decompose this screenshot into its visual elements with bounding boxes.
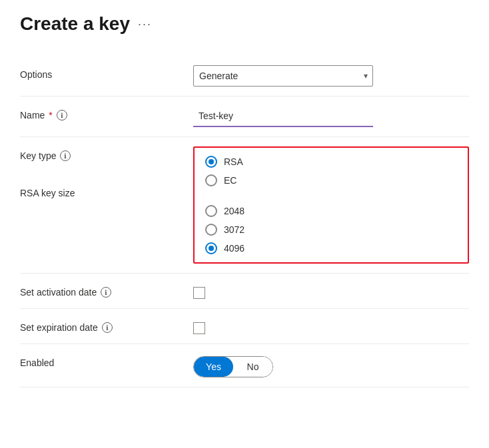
- enabled-control: Yes No: [193, 353, 469, 377]
- expiration-date-control: [193, 318, 469, 334]
- activation-date-control: [193, 283, 469, 299]
- rsa-key-size-label: RSA key size: [20, 188, 193, 198]
- radio-rsa[interactable]: RSA: [205, 156, 457, 168]
- options-control: Generate Import Restore from backup: [193, 65, 469, 87]
- name-label: Name * ℹ: [20, 106, 193, 120]
- activation-date-checkbox[interactable]: [193, 287, 205, 299]
- create-key-form: Options Generate Import Restore from bac…: [20, 56, 469, 387]
- name-control: [193, 106, 469, 127]
- options-label: Options: [20, 65, 193, 80]
- toggle-no[interactable]: No: [233, 357, 272, 377]
- enabled-toggle[interactable]: Yes No: [193, 356, 273, 377]
- options-select-wrapper: Generate Import Restore from backup: [193, 65, 373, 87]
- activation-date-row: Set activation date ℹ: [20, 274, 469, 309]
- expiration-date-label: Set expiration date ℹ: [20, 318, 193, 333]
- more-options-icon[interactable]: ···: [138, 17, 152, 31]
- required-indicator: *: [49, 110, 52, 120]
- radio-2048-label: 2048: [224, 206, 244, 216]
- radio-4096-indicator: [205, 242, 217, 254]
- radio-2048-indicator: [205, 205, 217, 217]
- radio-4096-label: 4096: [224, 243, 244, 254]
- key-type-label: Key type ℹ: [20, 150, 193, 161]
- name-row: Name * ℹ: [20, 97, 469, 137]
- toggle-yes[interactable]: Yes: [194, 357, 233, 377]
- page-title: Create a key: [20, 13, 130, 35]
- radio-3072[interactable]: 3072: [205, 224, 457, 236]
- key-type-info-icon[interactable]: ℹ: [60, 150, 71, 161]
- radio-rsa-label: RSA: [224, 156, 243, 167]
- enabled-row: Enabled Yes No: [20, 344, 469, 387]
- radio-ec-indicator: [205, 174, 217, 186]
- enabled-label: Enabled: [20, 353, 193, 368]
- activation-date-label: Set activation date ℹ: [20, 283, 193, 298]
- expiration-info-icon[interactable]: ℹ: [102, 322, 113, 333]
- radio-3072-label: 3072: [224, 224, 244, 235]
- options-row: Options Generate Import Restore from bac…: [20, 56, 469, 97]
- radio-ec-label: EC: [224, 175, 237, 186]
- name-input[interactable]: [193, 106, 373, 127]
- radio-ec[interactable]: EC: [205, 174, 457, 186]
- radio-rsa-indicator: [205, 156, 217, 168]
- expiration-date-checkbox[interactable]: [193, 322, 205, 334]
- key-options-control: RSA EC 2048 3072 4096: [193, 146, 469, 264]
- activation-info-icon[interactable]: ℹ: [101, 287, 111, 298]
- key-type-row: Key type ℹ RSA key size RSA EC: [20, 137, 469, 274]
- radio-2048[interactable]: 2048: [205, 205, 457, 217]
- key-options-box: RSA EC 2048 3072 4096: [193, 146, 469, 264]
- options-select[interactable]: Generate Import Restore from backup: [193, 65, 373, 87]
- name-info-icon[interactable]: ℹ: [57, 110, 67, 120]
- expiration-date-row: Set expiration date ℹ: [20, 309, 469, 344]
- radio-4096[interactable]: 4096: [205, 242, 457, 254]
- radio-3072-indicator: [205, 224, 217, 236]
